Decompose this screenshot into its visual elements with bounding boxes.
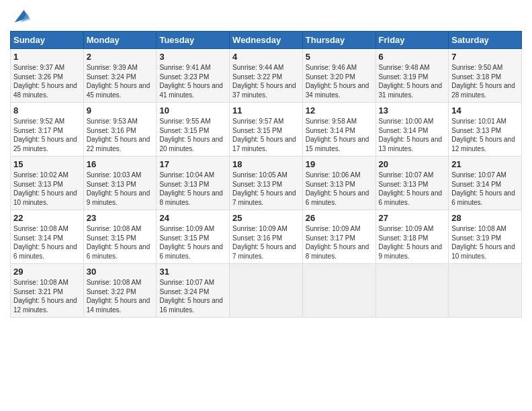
day-info: Sunrise: 9:57 AMSunset: 3:15 PMDaylight:… [232, 118, 296, 152]
calendar-week-row: 1 Sunrise: 9:37 AMSunset: 3:26 PMDayligh… [11, 49, 522, 103]
day-info: Sunrise: 10:08 AMSunset: 3:19 PMDaylight… [451, 225, 515, 260]
calendar-cell: 31 Sunrise: 10:07 AMSunset: 3:24 PMDayli… [157, 264, 230, 318]
calendar-cell: 8 Sunrise: 9:52 AMSunset: 3:17 PMDayligh… [11, 103, 84, 156]
day-number: 11 [232, 105, 300, 116]
day-number: 5 [306, 52, 373, 62]
day-info: Sunrise: 9:55 AMSunset: 3:15 PMDaylight:… [159, 118, 223, 152]
day-info: Sunrise: 9:37 AMSunset: 3:26 PMDaylight:… [13, 64, 77, 99]
page-container: SundayMondayTuesdayWednesdayThursdayFrid… [0, 0, 532, 324]
calendar-cell: 4 Sunrise: 9:44 AMSunset: 3:22 PMDayligh… [230, 49, 303, 103]
day-number: 25 [232, 213, 300, 223]
day-number: 7 [451, 52, 519, 62]
calendar-cell: 7 Sunrise: 9:50 AMSunset: 3:18 PMDayligh… [449, 49, 522, 103]
day-number: 22 [13, 213, 81, 223]
day-info: Sunrise: 9:50 AMSunset: 3:18 PMDaylight:… [451, 64, 515, 99]
day-number: 12 [306, 105, 373, 116]
day-number: 29 [13, 267, 81, 277]
day-number: 21 [451, 159, 519, 169]
day-number: 20 [379, 159, 446, 169]
calendar-cell: 15 Sunrise: 10:02 AMSunset: 3:13 PMDayli… [11, 156, 84, 210]
day-number: 3 [159, 52, 226, 62]
day-info: Sunrise: 9:44 AMSunset: 3:22 PMDaylight:… [232, 64, 296, 99]
day-info: Sunrise: 9:41 AMSunset: 3:23 PMDaylight:… [159, 64, 223, 99]
calendar-cell: 20 Sunrise: 10:07 AMSunset: 3:13 PMDayli… [375, 156, 449, 210]
calendar-cell: 22 Sunrise: 10:08 AMSunset: 3:14 PMDayli… [11, 210, 84, 264]
calendar-cell: 10 Sunrise: 9:55 AMSunset: 3:15 PMDaylig… [157, 103, 230, 156]
day-info: Sunrise: 9:52 AMSunset: 3:17 PMDaylight:… [13, 118, 77, 152]
day-info: Sunrise: 10:03 AMSunset: 3:13 PMDaylight… [87, 171, 150, 206]
day-info: Sunrise: 10:09 AMSunset: 3:16 PMDaylight… [232, 225, 296, 260]
weekday-header: Tuesday [157, 32, 230, 49]
calendar-cell: 12 Sunrise: 9:58 AMSunset: 3:14 PMDaylig… [302, 103, 375, 156]
day-info: Sunrise: 9:39 AMSunset: 3:24 PMDaylight:… [87, 64, 150, 99]
calendar-cell: 11 Sunrise: 9:57 AMSunset: 3:15 PMDaylig… [230, 103, 303, 156]
calendar-cell: 26 Sunrise: 10:09 AMSunset: 3:17 PMDayli… [302, 210, 375, 264]
calendar-cell: 3 Sunrise: 9:41 AMSunset: 3:23 PMDayligh… [157, 49, 230, 103]
day-number: 23 [87, 213, 154, 223]
weekday-header: Thursday [302, 32, 375, 49]
day-info: Sunrise: 10:02 AMSunset: 3:13 PMDaylight… [13, 171, 77, 206]
day-info: Sunrise: 10:08 AMSunset: 3:15 PMDaylight… [87, 225, 150, 260]
day-info: Sunrise: 9:53 AMSunset: 3:16 PMDaylight:… [87, 118, 150, 152]
logo [10, 7, 30, 26]
day-number: 17 [159, 159, 226, 169]
weekday-header: Saturday [449, 32, 522, 49]
day-info: Sunrise: 10:07 AMSunset: 3:13 PMDaylight… [379, 171, 443, 206]
calendar-cell [302, 264, 375, 318]
calendar-cell: 17 Sunrise: 10:04 AMSunset: 3:13 PMDayli… [157, 156, 230, 210]
calendar-cell: 6 Sunrise: 9:48 AMSunset: 3:19 PMDayligh… [375, 49, 449, 103]
day-info: Sunrise: 10:08 AMSunset: 3:22 PMDaylight… [87, 279, 150, 314]
calendar-cell: 21 Sunrise: 10:07 AMSunset: 3:14 PMDayli… [449, 156, 522, 210]
day-info: Sunrise: 10:09 AMSunset: 3:17 PMDaylight… [306, 225, 369, 260]
calendar-week-row: 22 Sunrise: 10:08 AMSunset: 3:14 PMDayli… [11, 210, 522, 264]
page-header [10, 7, 522, 26]
calendar-week-row: 8 Sunrise: 9:52 AMSunset: 3:17 PMDayligh… [11, 103, 522, 156]
day-info: Sunrise: 10:07 AMSunset: 3:14 PMDaylight… [451, 171, 515, 206]
calendar-cell: 27 Sunrise: 10:09 AMSunset: 3:18 PMDayli… [375, 210, 449, 264]
calendar-cell: 28 Sunrise: 10:08 AMSunset: 3:19 PMDayli… [449, 210, 522, 264]
day-number: 4 [232, 52, 300, 62]
weekday-header: Friday [375, 32, 449, 49]
calendar-cell: 9 Sunrise: 9:53 AMSunset: 3:16 PMDayligh… [83, 103, 157, 156]
calendar-cell [449, 264, 522, 318]
day-number: 30 [87, 267, 154, 277]
day-number: 27 [379, 213, 446, 223]
day-number: 26 [306, 213, 373, 223]
calendar-cell: 16 Sunrise: 10:03 AMSunset: 3:13 PMDayli… [83, 156, 157, 210]
calendar-table: SundayMondayTuesdayWednesdayThursdayFrid… [10, 31, 522, 318]
calendar-week-row: 29 Sunrise: 10:08 AMSunset: 3:21 PMDayli… [11, 264, 522, 318]
calendar-cell: 25 Sunrise: 10:09 AMSunset: 3:16 PMDayli… [230, 210, 303, 264]
day-info: Sunrise: 10:09 AMSunset: 3:18 PMDaylight… [379, 225, 443, 260]
day-number: 18 [232, 159, 300, 169]
day-info: Sunrise: 9:46 AMSunset: 3:20 PMDaylight:… [306, 64, 369, 99]
calendar-cell: 2 Sunrise: 9:39 AMSunset: 3:24 PMDayligh… [83, 49, 157, 103]
weekday-header: Wednesday [230, 32, 303, 49]
calendar-cell [375, 264, 449, 318]
calendar-cell: 14 Sunrise: 10:01 AMSunset: 3:13 PMDayli… [449, 103, 522, 156]
day-info: Sunrise: 10:07 AMSunset: 3:24 PMDaylight… [159, 279, 223, 314]
logo-icon [11, 7, 30, 26]
day-number: 6 [379, 52, 446, 62]
day-info: Sunrise: 10:01 AMSunset: 3:13 PMDaylight… [451, 118, 515, 152]
day-info: Sunrise: 10:08 AMSunset: 3:14 PMDaylight… [13, 225, 77, 260]
day-info: Sunrise: 9:48 AMSunset: 3:19 PMDaylight:… [379, 64, 443, 99]
day-number: 8 [13, 105, 81, 116]
calendar-cell: 13 Sunrise: 10:00 AMSunset: 3:14 PMDayli… [375, 103, 449, 156]
weekday-header: Monday [83, 32, 157, 49]
calendar-cell: 29 Sunrise: 10:08 AMSunset: 3:21 PMDayli… [11, 264, 84, 318]
calendar-cell: 19 Sunrise: 10:06 AMSunset: 3:13 PMDayli… [302, 156, 375, 210]
day-info: Sunrise: 10:06 AMSunset: 3:13 PMDaylight… [306, 171, 369, 206]
calendar-cell: 5 Sunrise: 9:46 AMSunset: 3:20 PMDayligh… [302, 49, 375, 103]
calendar-cell: 23 Sunrise: 10:08 AMSunset: 3:15 PMDayli… [83, 210, 157, 264]
day-number: 2 [87, 52, 154, 62]
day-info: Sunrise: 10:09 AMSunset: 3:15 PMDaylight… [159, 225, 223, 260]
day-info: Sunrise: 10:04 AMSunset: 3:13 PMDaylight… [159, 171, 223, 206]
calendar-cell: 18 Sunrise: 10:05 AMSunset: 3:13 PMDayli… [230, 156, 303, 210]
day-number: 1 [13, 52, 81, 62]
calendar-cell [230, 264, 303, 318]
day-number: 19 [306, 159, 373, 169]
calendar-cell: 30 Sunrise: 10:08 AMSunset: 3:22 PMDayli… [83, 264, 157, 318]
day-number: 16 [87, 159, 154, 169]
day-info: Sunrise: 10:05 AMSunset: 3:13 PMDaylight… [232, 171, 296, 206]
day-number: 24 [159, 213, 226, 223]
